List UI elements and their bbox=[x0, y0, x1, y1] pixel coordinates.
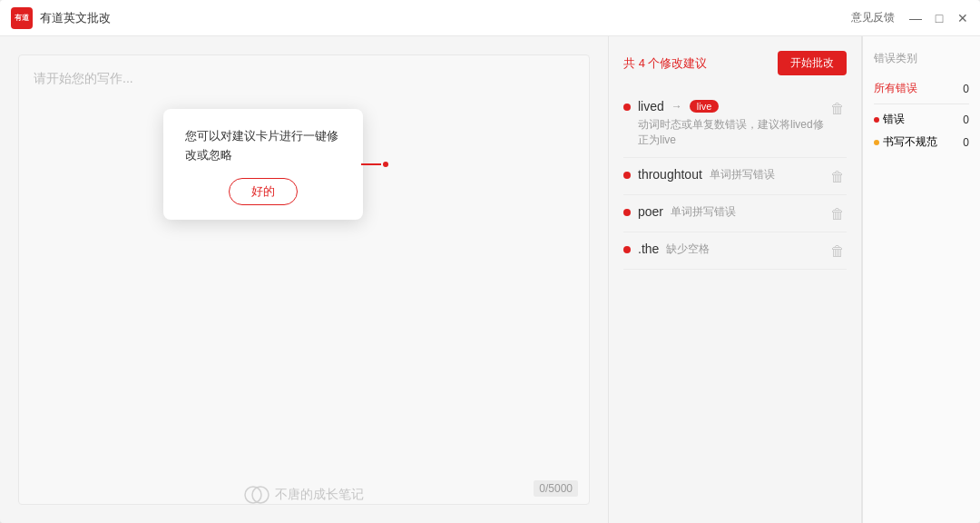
app-window: 有道 有道英文批改 意见反馈 — □ ✕ 请开始您的写作... 0/5000 您… bbox=[0, 0, 980, 523]
suggestions-panel: 共 4 个修改建议 开始批改 lived → live 动词时态或单复数错误，建… bbox=[608, 36, 862, 523]
watermark-icon bbox=[244, 485, 270, 505]
editor-placeholder: 请开始您的写作... bbox=[34, 71, 133, 85]
suggestion-delete-2[interactable]: 🗑 bbox=[830, 169, 847, 185]
editor-area: 请开始您的写作... 0/5000 您可以对建议卡片进行一键修改或忽略 好的 bbox=[0, 36, 608, 523]
style-dot bbox=[874, 140, 879, 145]
watermark-text: 不唐的成长笔记 bbox=[275, 487, 364, 503]
category-error-label-wrap: 错误 bbox=[874, 112, 905, 127]
category-error-count: 0 bbox=[963, 113, 969, 126]
category-all-label: 所有错误 bbox=[874, 81, 917, 96]
suggestion-main-3: poer 单词拼写错误 bbox=[638, 204, 830, 220]
suggestions-header: 共 4 个修改建议 开始批改 bbox=[623, 51, 847, 75]
start-review-button[interactable]: 开始批改 bbox=[778, 51, 847, 75]
suggestion-content-3: poer 单词拼写错误 bbox=[638, 204, 830, 220]
suggestion-main-4: .the 缺少空格 bbox=[638, 242, 830, 257]
app-title: 有道英文批改 bbox=[40, 10, 851, 26]
suggestion-delete-1[interactable]: 🗑 bbox=[830, 101, 847, 117]
category-error-label: 错误 bbox=[883, 112, 905, 127]
suggestion-item-4: .the 缺少空格 🗑 bbox=[623, 232, 847, 270]
category-style-count: 0 bbox=[963, 136, 969, 149]
suggestion-delete-4[interactable]: 🗑 bbox=[830, 243, 847, 260]
suggestion-bullet-2 bbox=[623, 172, 631, 179]
suggestion-delete-3[interactable]: 🗑 bbox=[830, 206, 847, 222]
suggestion-content-2: throughtout 单词拼写错误 bbox=[638, 167, 830, 183]
divider-1 bbox=[874, 104, 969, 104]
suggestion-label-2: 单词拼写错误 bbox=[710, 167, 775, 183]
titlebar: 有道 有道英文批改 意见反馈 — □ ✕ bbox=[0, 0, 980, 36]
category-style-label: 书写不规范 bbox=[883, 134, 937, 150]
suggestion-main-2: throughtout 单词拼写错误 bbox=[638, 167, 830, 183]
suggestion-bullet-3 bbox=[623, 209, 631, 216]
suggestion-label-4: 缺少空格 bbox=[666, 242, 710, 257]
suggestions-number: 4 bbox=[639, 56, 645, 70]
tooltip-confirm-button[interactable]: 好的 bbox=[229, 178, 298, 205]
category-all-row[interactable]: 所有错误 0 bbox=[874, 77, 969, 100]
suggestion-item-3: poer 单词拼写错误 🗑 bbox=[623, 195, 847, 232]
suggestion-word-2[interactable]: throughtout bbox=[638, 167, 702, 182]
watermark: 不唐的成长笔记 bbox=[244, 485, 364, 505]
suggestion-word-1[interactable]: lived bbox=[638, 99, 664, 113]
svg-point-1 bbox=[252, 487, 269, 503]
right-panel-title: 错误类别 bbox=[874, 51, 969, 66]
suggestion-badge-1[interactable]: live bbox=[690, 100, 720, 113]
suggestion-content-4: .the 缺少空格 bbox=[638, 242, 830, 257]
category-style-row[interactable]: 书写不规范 0 bbox=[874, 131, 969, 153]
maximize-button[interactable]: □ bbox=[933, 12, 946, 25]
tooltip-popup: 您可以对建议卡片进行一键修改或忽略 好的 bbox=[163, 109, 363, 220]
app-logo: 有道 bbox=[11, 7, 33, 29]
main-content: 请开始您的写作... 0/5000 您可以对建议卡片进行一键修改或忽略 好的 bbox=[0, 36, 980, 523]
suggestion-content-1: lived → live 动词时态或单复数错误，建议将lived修正为live bbox=[638, 99, 830, 148]
category-all-count: 0 bbox=[963, 83, 969, 95]
close-button[interactable]: ✕ bbox=[956, 12, 969, 25]
right-panel: 错误类别 所有错误 0 错误 0 书写不规范 0 bbox=[862, 36, 980, 523]
suggestion-desc-1: 动词时态或单复数错误，建议将lived修正为live bbox=[638, 117, 830, 148]
suggestion-item-2: throughtout 单词拼写错误 🗑 bbox=[623, 158, 847, 195]
tooltip-text: 您可以对建议卡片进行一键修改或忽略 bbox=[185, 127, 341, 165]
suggestion-word-3[interactable]: poer bbox=[638, 204, 663, 219]
error-dot bbox=[874, 117, 879, 123]
category-error-row[interactable]: 错误 0 bbox=[874, 108, 969, 131]
suggestion-item-1: lived → live 动词时态或单复数错误，建议将lived修正为live … bbox=[623, 90, 847, 158]
feedback-link[interactable]: 意见反馈 bbox=[851, 10, 895, 25]
window-controls: — □ ✕ bbox=[909, 12, 969, 25]
suggestion-bullet-4 bbox=[623, 246, 631, 253]
editor-counter: 0/5000 bbox=[534, 480, 578, 497]
category-style-label-wrap: 书写不规范 bbox=[874, 134, 937, 150]
suggestion-bullet-1 bbox=[623, 104, 631, 111]
suggestion-word-4[interactable]: .the bbox=[638, 242, 659, 256]
svg-point-0 bbox=[245, 487, 261, 503]
suggestion-arrow-1: → bbox=[671, 100, 682, 113]
suggestions-count: 共 4 个修改建议 bbox=[623, 55, 707, 72]
minimize-button[interactable]: — bbox=[909, 12, 922, 25]
suggestion-label-3: 单词拼写错误 bbox=[671, 204, 736, 220]
suggestion-main-1: lived → live bbox=[638, 99, 830, 113]
